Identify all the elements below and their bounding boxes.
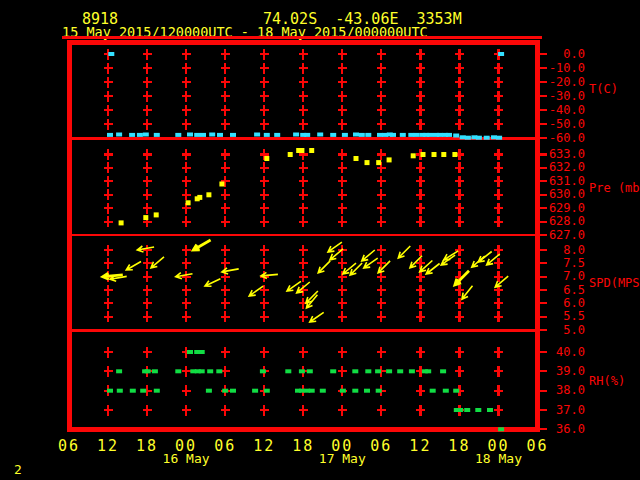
wind-arrow <box>350 263 362 275</box>
wind-arrow <box>478 252 491 263</box>
temperature-point <box>264 133 270 137</box>
pressure-point <box>219 182 224 187</box>
temperature-point <box>496 136 502 140</box>
wind-arrow <box>193 240 210 250</box>
wind_speed-tick-label: 5.0 <box>539 324 585 337</box>
humidity-point <box>130 389 136 393</box>
humidity-point <box>264 389 270 393</box>
humidity-point <box>107 389 113 393</box>
humidity-point <box>140 389 146 393</box>
wind-arrow <box>455 271 469 285</box>
temperature-point <box>491 135 497 139</box>
wind-arrow-series <box>103 240 508 322</box>
humidity-point <box>222 389 228 393</box>
temperature-point <box>209 133 215 137</box>
humidity-point <box>309 389 315 393</box>
pressure-point <box>432 152 437 157</box>
humidity-series <box>107 350 504 431</box>
wind-arrow <box>398 246 410 258</box>
temperature-point <box>390 133 396 137</box>
wind_speed-tick-label: 5.5 <box>539 310 585 323</box>
temperature-point <box>446 133 452 137</box>
pressure-unit-label: Pre (mb) <box>589 182 640 195</box>
temperature-point <box>400 133 406 137</box>
wind-arrow <box>310 312 324 322</box>
humidity-point <box>443 389 449 393</box>
temperature-point <box>377 133 383 137</box>
humidity-point <box>457 408 463 412</box>
temperature-point <box>108 52 114 56</box>
pressure-point <box>365 160 370 165</box>
temperature-point <box>143 133 149 137</box>
temperature-point <box>194 133 200 137</box>
pressure-point <box>452 152 457 157</box>
humidity-point <box>187 350 193 354</box>
plus-tick-grid <box>104 49 504 416</box>
temperature-point <box>175 133 181 137</box>
x-axis-hour-label: 12 <box>403 437 437 455</box>
temperature-point <box>414 133 420 137</box>
temperature-point <box>129 133 135 137</box>
humidity-point <box>207 369 213 373</box>
humidity-point <box>425 369 431 373</box>
temperature-point <box>359 133 365 137</box>
wind-arrow <box>330 249 343 260</box>
humidity-tick-label: 39.0 <box>539 365 585 378</box>
humidity-tick-label: 40.0 <box>539 346 585 359</box>
humidity-point <box>175 369 181 373</box>
wind-arrow <box>318 261 330 273</box>
humidity-point <box>199 350 205 354</box>
pressure-point <box>119 220 124 225</box>
temperature-point <box>230 133 236 137</box>
temperature-point <box>217 133 223 137</box>
humidity-point <box>352 369 358 373</box>
humidity-point <box>365 369 371 373</box>
humidity-point <box>216 369 222 373</box>
wind-arrow <box>362 250 375 261</box>
temperature-point <box>330 133 336 137</box>
temperature-tick-label: -40.0 <box>539 104 585 117</box>
wind_speed-tick-label: 6.0 <box>539 297 585 310</box>
temperature-point <box>116 133 122 137</box>
humidity-point <box>330 369 336 373</box>
temperature-point <box>453 134 459 138</box>
pressure-tick-label: 630.0 <box>539 188 585 201</box>
temperature-point <box>317 133 323 137</box>
humidity-point <box>475 408 481 412</box>
pressure-point <box>264 156 269 161</box>
humidity-point <box>252 389 258 393</box>
pressure-series <box>119 148 458 225</box>
temperature-point <box>293 133 299 137</box>
temperature-point <box>154 133 160 137</box>
wind-arrow <box>462 286 473 299</box>
pressure-point <box>206 192 211 197</box>
wind-arrow <box>205 279 220 287</box>
humidity-point <box>116 369 122 373</box>
humidity-point <box>340 389 346 393</box>
temperature-point <box>460 135 466 139</box>
humidity-point <box>199 369 205 373</box>
wind_speed-tick-label: 8.0 <box>539 244 585 257</box>
humidity-unit-label: RH(%) <box>589 375 625 388</box>
x-axis-hour-label: 12 <box>91 437 125 455</box>
pressure-tick-label: 632.0 <box>539 161 585 174</box>
pressure-point <box>197 195 202 200</box>
temperature-point <box>484 136 490 140</box>
temperature-point <box>254 133 260 137</box>
wind-arrow <box>151 257 164 268</box>
wind-arrow <box>126 262 141 271</box>
x-axis-day-label: 18 May <box>469 451 529 466</box>
wind_speed-tick-label: 7.0 <box>539 270 585 283</box>
temperature-point <box>304 133 310 137</box>
grid-tick-marks <box>104 49 548 430</box>
humidity-point <box>498 427 504 431</box>
pressure-point <box>154 212 159 217</box>
pressure-point <box>376 160 381 165</box>
humidity-point <box>307 369 313 373</box>
temperature-tick-label: -50.0 <box>539 118 585 131</box>
humidity-point <box>154 389 160 393</box>
temperature-tick-label: 0.0 <box>539 48 585 61</box>
temperature-point <box>465 136 471 140</box>
humidity-point <box>364 389 370 393</box>
pressure-tick-label: 629.0 <box>539 202 585 215</box>
